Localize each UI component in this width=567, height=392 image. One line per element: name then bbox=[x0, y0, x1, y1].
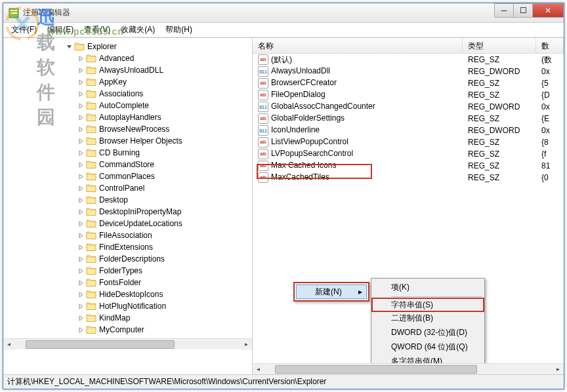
tree-hscrollbar[interactable]: ◄ ► bbox=[3, 338, 252, 349]
expander-icon[interactable] bbox=[77, 243, 85, 251]
expander-icon[interactable] bbox=[77, 255, 85, 263]
expander-icon[interactable] bbox=[77, 149, 85, 157]
tree-node[interactable]: AppKey bbox=[3, 76, 252, 88]
value-str-icon: ab bbox=[258, 172, 268, 183]
tree-node[interactable]: KindMap bbox=[3, 312, 252, 324]
expander-icon[interactable] bbox=[77, 54, 85, 62]
folder-icon bbox=[86, 313, 96, 323]
submenu-binary[interactable]: 二进制值(B) bbox=[373, 311, 483, 325]
folder-icon bbox=[86, 101, 96, 110]
value-type: REG_DWORD bbox=[463, 67, 536, 76]
value-data: 0x bbox=[536, 67, 564, 76]
menu-file[interactable]: 文件(F) bbox=[6, 23, 42, 37]
expander-icon[interactable] bbox=[77, 125, 85, 133]
folder-icon bbox=[86, 184, 96, 193]
list-row[interactable]: abGlobalFolderSettings REG_SZ {E bbox=[253, 113, 564, 125]
tree-node-root[interactable]: Explorer bbox=[3, 41, 252, 52]
value-str-icon: ab bbox=[258, 90, 268, 100]
list-row[interactable]: 011GlobalAssocChangedCounter REG_DWORD 0… bbox=[253, 101, 564, 113]
col-name[interactable]: 名称 bbox=[253, 38, 463, 53]
list-row[interactable]: 011AlwaysUnloadDll REG_DWORD 0x bbox=[253, 66, 564, 77]
tree-node[interactable]: FolderTypes bbox=[3, 265, 252, 277]
expander-icon[interactable] bbox=[77, 184, 85, 192]
list-hscrollbar[interactable]: ◄ ► bbox=[253, 363, 564, 374]
value-type: REG_SZ bbox=[463, 173, 536, 182]
tree-node[interactable]: MyComputer bbox=[3, 324, 252, 336]
tree-node[interactable]: AutoplayHandlers bbox=[3, 111, 252, 123]
expander-icon[interactable] bbox=[77, 231, 85, 239]
tree-node[interactable]: HotPlugNotification bbox=[3, 300, 252, 312]
expander-icon[interactable] bbox=[77, 196, 85, 204]
tree-panel[interactable]: ExplorerAdvancedAlwaysUnloadDLLAppKeyAss… bbox=[3, 38, 253, 374]
expander-icon[interactable] bbox=[77, 220, 85, 227]
folder-icon bbox=[86, 113, 96, 122]
submenu-key[interactable]: 项(K) bbox=[373, 280, 483, 294]
value-data: {f bbox=[536, 149, 564, 159]
folder-icon bbox=[86, 148, 96, 157]
col-type[interactable]: 类型 bbox=[463, 38, 536, 53]
list-row[interactable]: abMaxCachedTiles REG_SZ {0 bbox=[253, 172, 564, 184]
submenu-dword[interactable]: DWORD (32-位)值(D) bbox=[373, 325, 483, 340]
col-data[interactable]: 数 bbox=[536, 38, 564, 53]
tree-node[interactable]: DesktopIniPropertyMap bbox=[3, 206, 252, 218]
menu-favorites[interactable]: 收藏夹(A) bbox=[116, 23, 160, 37]
tree-node[interactable]: CD Burning bbox=[3, 147, 252, 159]
list-row[interactable]: abLVPopupSearchControl REG_SZ {f bbox=[253, 148, 564, 160]
tree-node[interactable]: FileAssociation bbox=[3, 229, 252, 241]
tree-node[interactable]: Advanced bbox=[3, 52, 252, 64]
menu-edit[interactable]: 编辑(E) bbox=[42, 23, 79, 37]
tree-node[interactable]: AlwaysUnloadDLL bbox=[3, 64, 252, 76]
value-bin-icon: 011 bbox=[258, 125, 268, 136]
menu-help[interactable]: 帮助(H) bbox=[160, 23, 198, 37]
expander-icon[interactable] bbox=[77, 113, 85, 121]
expander-icon[interactable] bbox=[77, 66, 85, 74]
submenu-qword[interactable]: QWORD (64 位)值(Q) bbox=[373, 340, 483, 354]
tree-node[interactable]: Browser Helper Objects bbox=[3, 135, 252, 147]
menu-new[interactable]: 新建(N) ▸ bbox=[296, 284, 367, 299]
folder-icon bbox=[86, 66, 96, 75]
tree-node[interactable]: CommonPlaces bbox=[3, 170, 252, 182]
expander-icon[interactable] bbox=[77, 279, 85, 286]
menubar: 文件(F) 编辑(E) 查看(V) 收藏夹(A) 帮助(H) bbox=[3, 23, 564, 37]
expander-icon[interactable] bbox=[77, 172, 85, 180]
expander-icon[interactable] bbox=[77, 314, 85, 322]
tree-node[interactable]: CommandStore bbox=[3, 159, 252, 170]
list-row[interactable]: abListViewPopupControl REG_SZ {8 bbox=[253, 136, 564, 148]
list-row[interactable]: 011IconUnderline REG_DWORD 0x bbox=[253, 125, 564, 136]
expander-icon[interactable] bbox=[77, 208, 85, 216]
value-data: 0x bbox=[536, 126, 564, 135]
expander-icon[interactable] bbox=[77, 102, 85, 109]
value-type: REG_SZ bbox=[463, 114, 536, 123]
expander-icon[interactable] bbox=[77, 326, 85, 334]
close-button[interactable]: ✕ bbox=[532, 3, 564, 18]
tree-node[interactable]: FolderDescriptions bbox=[3, 253, 252, 265]
tree-node[interactable]: FontsFolder bbox=[3, 277, 252, 288]
tree-node[interactable]: AutoComplete bbox=[3, 100, 252, 111]
expander-icon[interactable] bbox=[77, 90, 85, 98]
tree-node[interactable]: BrowseNewProcess bbox=[3, 123, 252, 135]
expander-icon[interactable] bbox=[77, 161, 85, 168]
list-row[interactable]: ab(默认) REG_SZ (数 bbox=[253, 54, 564, 66]
list-row[interactable]: abFileOpenDialog REG_SZ {D bbox=[253, 89, 564, 101]
submenu-string[interactable]: 字符串值(S) bbox=[371, 298, 484, 312]
expander-icon[interactable] bbox=[65, 43, 73, 50]
value-str-icon: ab bbox=[258, 161, 268, 171]
expander-icon[interactable] bbox=[77, 78, 85, 86]
list-row[interactable]: abBrowserCFCreator REG_SZ {5 bbox=[253, 77, 564, 89]
list-row[interactable]: abMax Cached Icons REG_SZ 81 bbox=[253, 160, 564, 172]
tree-node[interactable]: DeviceUpdateLocations bbox=[3, 218, 252, 229]
tree-node[interactable]: HideDesktopIcons bbox=[3, 288, 252, 300]
menu-view[interactable]: 查看(V) bbox=[79, 23, 116, 37]
tree-node[interactable]: Desktop bbox=[3, 194, 252, 206]
expander-icon[interactable] bbox=[77, 290, 85, 298]
context-menu-new: 新建(N) ▸ bbox=[293, 282, 369, 302]
expander-icon[interactable] bbox=[77, 267, 85, 275]
maximize-button[interactable]: ☐ bbox=[513, 3, 533, 18]
minimize-button[interactable]: ─ bbox=[494, 3, 514, 18]
tree-node[interactable]: ControlPanel bbox=[3, 182, 252, 194]
value-type: REG_DWORD bbox=[463, 126, 536, 135]
expander-icon[interactable] bbox=[77, 137, 85, 145]
tree-node[interactable]: Associations bbox=[3, 88, 252, 100]
expander-icon[interactable] bbox=[77, 302, 85, 310]
tree-node[interactable]: FindExtensions bbox=[3, 241, 252, 253]
